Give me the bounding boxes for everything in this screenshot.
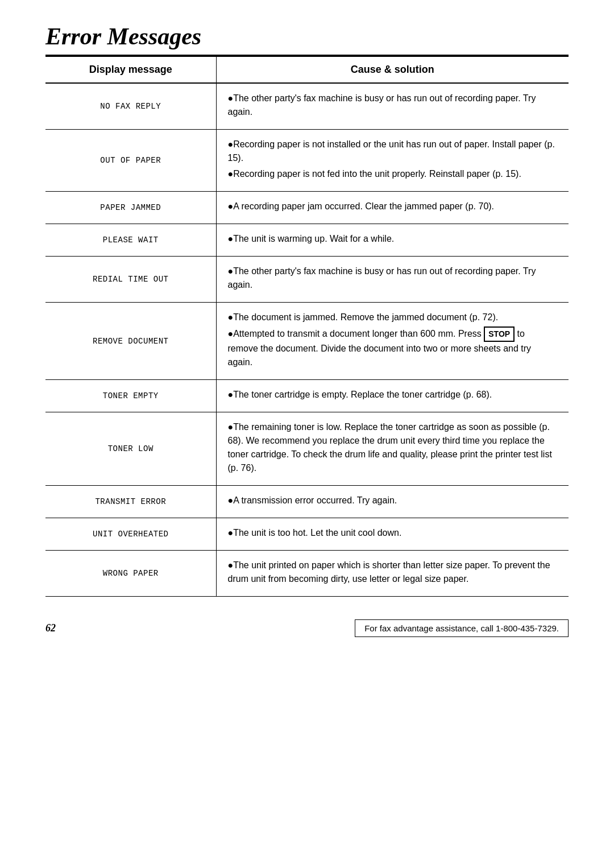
cause-solution-cell: ●A transmission error occurred. Try agai… [216, 486, 569, 518]
cause-solution-cell: ●The unit printed on paper which is shor… [216, 551, 569, 597]
table-row: TONER EMPTY●The toner cartridge is empty… [45, 380, 569, 412]
cause-item: ●A transmission error occurred. Try agai… [228, 494, 558, 507]
cause-solution-cell: ●The toner cartridge is empty. Replace t… [216, 380, 569, 412]
display-message-cell: TONER EMPTY [45, 380, 216, 412]
cause-solution-cell: ●Recording paper is not installed or the… [216, 130, 569, 192]
stop-button-label: STOP [484, 326, 515, 342]
table-row: PLEASE WAIT●The unit is warming up. Wait… [45, 224, 569, 257]
footer-text: For fax advantage assistance, call 1-800… [355, 619, 569, 637]
display-message-cell: WRONG PAPER [45, 551, 216, 597]
cause-item: ●Recording paper is not installed or the… [228, 138, 558, 165]
display-message-cell: PLEASE WAIT [45, 224, 216, 257]
table-row: WRONG PAPER●The unit printed on paper wh… [45, 551, 569, 597]
display-message-cell: REMOVE DOCUMENT [45, 303, 216, 380]
table-row: TRANSMIT ERROR●A transmission error occu… [45, 486, 569, 518]
cause-item: ●The other party's fax machine is busy o… [228, 264, 558, 292]
page-title: Error Messages [45, 23, 569, 50]
error-messages-table: Display message Cause & solution NO FAX … [45, 56, 569, 597]
cause-item: ●The unit is too hot. Let the unit cool … [228, 526, 558, 540]
display-message-cell: TRANSMIT ERROR [45, 486, 216, 518]
cause-item: ●The unit printed on paper which is shor… [228, 559, 558, 586]
table-row: UNIT OVERHEATED●The unit is too hot. Let… [45, 518, 569, 551]
cause-solution-cell: ●The other party's fax machine is busy o… [216, 83, 569, 130]
table-row: TONER LOW●The remaining toner is low. Re… [45, 412, 569, 486]
table-row: NO FAX REPLY●The other party's fax machi… [45, 83, 569, 130]
cause-solution-cell: ●The unit is too hot. Let the unit cool … [216, 518, 569, 551]
cause-solution-cell: ●The remaining toner is low. Replace the… [216, 412, 569, 486]
cause-item: ●The toner cartridge is empty. Replace t… [228, 388, 558, 402]
col-header-display: Display message [45, 56, 216, 83]
cause-solution-cell: ●The document is jammed. Remove the jamm… [216, 303, 569, 380]
cause-item: ●Recording paper is not fed into the uni… [228, 167, 558, 181]
cause-solution-cell: ●A recording paper jam occurred. Clear t… [216, 192, 569, 224]
cause-item: ●The remaining toner is low. Replace the… [228, 420, 558, 475]
display-message-cell: UNIT OVERHEATED [45, 518, 216, 551]
page-footer: 62 For fax advantage assistance, call 1-… [45, 619, 569, 637]
display-message-cell: OUT OF PAPER [45, 130, 216, 192]
cause-item: ●The document is jammed. Remove the jamm… [228, 311, 558, 324]
cause-solution-cell: ●The unit is warming up. Wait for a whil… [216, 224, 569, 257]
table-row: OUT OF PAPER●Recording paper is not inst… [45, 130, 569, 192]
cause-solution-cell: ●The other party's fax machine is busy o… [216, 257, 569, 303]
display-message-cell: NO FAX REPLY [45, 83, 216, 130]
cause-item: ●A recording paper jam occurred. Clear t… [228, 200, 558, 213]
table-row: PAPER JAMMED●A recording paper jam occur… [45, 192, 569, 224]
display-message-cell: PAPER JAMMED [45, 192, 216, 224]
display-message-cell: TONER LOW [45, 412, 216, 486]
table-row: REMOVE DOCUMENT●The document is jammed. … [45, 303, 569, 380]
page-number: 62 [45, 622, 56, 634]
col-header-cause: Cause & solution [216, 56, 569, 83]
cause-item: ●The other party's fax machine is busy o… [228, 92, 558, 119]
cause-item: ●The unit is warming up. Wait for a whil… [228, 232, 558, 246]
cause-item: ●Attempted to transmit a document longer… [228, 326, 558, 369]
table-row: REDIAL TIME OUT●The other party's fax ma… [45, 257, 569, 303]
display-message-cell: REDIAL TIME OUT [45, 257, 216, 303]
